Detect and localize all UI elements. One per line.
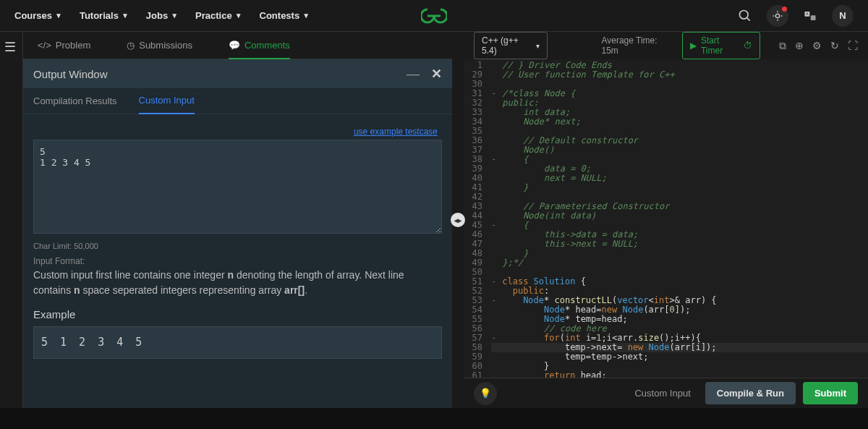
output-window-header: Output Window — ✕ [23, 59, 452, 88]
nav-left: Courses▼ Tutorials▼ Jobs▼ Practice▼ Cont… [14, 10, 310, 21]
edit-icon[interactable]: ⊕ [795, 40, 804, 52]
logo[interactable] [421, 8, 447, 24]
chevron-down-icon: ▼ [122, 12, 129, 20]
input-format-desc: Custom input first line contains one int… [33, 268, 442, 298]
chevron-down-icon: ▼ [55, 12, 62, 20]
average-time-label: Average Time: 15m [601, 35, 671, 56]
nav-right: A N [736, 5, 854, 27]
output-subtabs: Compilation Results Custom Input [23, 88, 452, 114]
top-navbar: Courses▼ Tutorials▼ Jobs▼ Practice▼ Cont… [0, 0, 868, 32]
svg-point-2 [775, 14, 779, 17]
settings-icon[interactable]: ⚙ [812, 40, 822, 52]
left-panel: </>Problem ◷Submissions 💬Comments Output… [23, 32, 452, 408]
translate-icon[interactable]: A [801, 7, 819, 25]
svg-line-1 [747, 17, 750, 20]
code-icon: </> [38, 40, 51, 51]
user-avatar[interactable]: N [832, 5, 854, 27]
start-timer-button[interactable]: ▶Start Timer⏱ [682, 32, 760, 59]
gfg-logo-icon [421, 8, 447, 24]
language-select[interactable]: C++ (g++ 5.4)▾ [474, 32, 548, 59]
fullscreen-icon[interactable]: ⛶ [848, 40, 858, 52]
bottom-bar: 💡 Custom Input Compile & Run Submit [464, 378, 868, 408]
custom-input-textarea[interactable] [33, 140, 442, 234]
example-label: Example [33, 308, 442, 320]
submit-button[interactable]: Submit [803, 382, 858, 404]
search-icon[interactable] [736, 7, 754, 25]
splitter-handle-icon[interactable]: ◂▸ [451, 213, 465, 227]
nav-contests[interactable]: Contests▼ [260, 10, 310, 21]
svg-text:A: A [806, 12, 809, 16]
compile-run-button[interactable]: Compile & Run [705, 382, 796, 404]
nav-practice[interactable]: Practice▼ [195, 10, 242, 21]
output-window-title: Output Window [33, 68, 108, 80]
code-editor[interactable]: 1293031323334353637383940414243444546474… [464, 59, 868, 378]
chevron-down-icon: ▼ [235, 12, 242, 20]
hint-button[interactable]: 💡 [474, 382, 497, 405]
svg-rect-8 [811, 15, 816, 20]
tab-comments[interactable]: 💬Comments [229, 40, 290, 59]
svg-point-0 [740, 10, 749, 19]
chevron-down-icon: ▾ [536, 42, 540, 50]
bulb-icon: 💡 [480, 388, 491, 399]
left-rail: ☰ [0, 32, 23, 408]
panel-tabs: </>Problem ◷Submissions 💬Comments [23, 32, 452, 59]
chevron-down-icon: ▼ [171, 12, 178, 20]
timer-icon: ⏱ [744, 41, 752, 51]
tab-submissions[interactable]: ◷Submissions [127, 40, 192, 51]
code-area[interactable]: // } Driver Code Ends // User function T… [487, 59, 868, 378]
main-area: ☰ </>Problem ◷Submissions 💬Comments Outp… [0, 32, 868, 408]
reset-icon[interactable]: ↻ [830, 40, 839, 52]
example-box: 5 1 2 3 4 5 [33, 326, 442, 359]
hamburger-icon[interactable]: ☰ [0, 32, 22, 62]
chevron-down-icon: ▼ [302, 12, 310, 20]
copy-icon[interactable]: ⧉ [779, 40, 786, 52]
output-content: use example testcase Char Limit: 50,000 … [23, 114, 452, 408]
tab-problem[interactable]: </>Problem [38, 40, 90, 51]
theme-toggle-icon[interactable] [767, 5, 788, 27]
subtab-compilation-results[interactable]: Compilation Results [33, 95, 117, 106]
subtab-custom-input[interactable]: Custom Input [139, 95, 195, 114]
play-icon: ▶ [690, 41, 697, 51]
nav-jobs[interactable]: Jobs▼ [146, 10, 178, 21]
custom-input-link[interactable]: Custom Input [634, 388, 690, 399]
line-gutter: 1293031323334353637383940414243444546474… [464, 59, 487, 378]
clock-icon: ◷ [127, 40, 135, 51]
editor-toolbar: C++ (g++ 5.4)▾ Average Time: 15m ▶Start … [464, 32, 868, 59]
pane-splitter[interactable]: ◂▸ [452, 32, 464, 408]
close-button[interactable]: ✕ [431, 66, 442, 82]
code-panel: C++ (g++ 5.4)▾ Average Time: 15m ▶Start … [464, 32, 868, 408]
comment-icon: 💬 [229, 40, 240, 51]
minimize-button[interactable]: — [407, 67, 420, 82]
nav-tutorials[interactable]: Tutorials▼ [80, 10, 129, 21]
use-example-testcase-link[interactable]: use example testcase [354, 127, 438, 137]
char-limit-label: Char Limit: 50,000 [33, 242, 442, 250]
editor-toolbar-icons: ⧉ ⊕ ⚙ ↻ ⛶ [779, 40, 858, 52]
nav-courses[interactable]: Courses▼ [14, 10, 62, 21]
input-format-label: Input Format: [33, 256, 442, 266]
